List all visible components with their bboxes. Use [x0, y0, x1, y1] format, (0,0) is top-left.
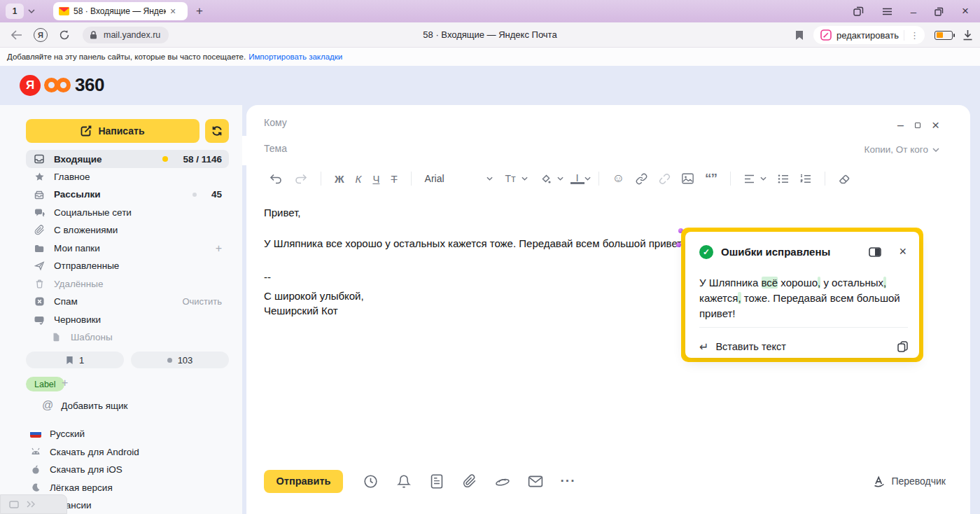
eraser-icon[interactable] [833, 174, 856, 184]
side-panel-icon[interactable] [869, 247, 881, 257]
reminder-bell-icon[interactable] [387, 474, 420, 489]
chevron-down-icon[interactable] [486, 176, 493, 181]
sidebar-item-trash[interactable]: Удалённые [26, 275, 229, 293]
add-mailbox-label: Добавить ящик [61, 401, 127, 411]
tab-counter[interactable]: 1 [6, 4, 24, 19]
address-bar[interactable]: mail.yandex.ru [83, 27, 169, 43]
edit-button[interactable]: редактировать ⋮ [813, 26, 925, 44]
send-button[interactable]: Отправить [264, 470, 343, 493]
undo-icon[interactable] [264, 174, 288, 184]
font-size-select[interactable]: Tт [500, 173, 522, 184]
menu-icon[interactable] [882, 8, 892, 15]
protect-icon[interactable]: Я [34, 28, 48, 42]
underline-button[interactable]: Ч [367, 173, 385, 185]
refresh-button[interactable] [205, 119, 229, 143]
sidebar-item-attachments[interactable]: С вложениями [26, 221, 229, 239]
sidebar-item-spam[interactable]: Спам Очистить [26, 293, 229, 310]
bookmark-icon[interactable] [795, 30, 804, 41]
sidebar: Написать Входящие 58 / 1146 Главное Расс… [0, 105, 242, 514]
compose-close-icon[interactable]: × [932, 118, 939, 133]
add-mailbox-button[interactable]: @ Добавить ящик [42, 399, 128, 412]
chat-bubbles-icon [34, 207, 45, 218]
yandex-360-logo[interactable]: Я 360 [20, 74, 104, 96]
italic-button[interactable]: К [350, 173, 368, 185]
redo-icon[interactable] [288, 174, 313, 184]
sidebar-item-inbox[interactable]: Входящие 58 / 1146 [26, 150, 229, 168]
tab-close-icon[interactable]: × [170, 6, 176, 16]
window-minimize-icon[interactable]: – [911, 6, 916, 18]
sidebar-item-drafts[interactable]: Черновики [26, 311, 229, 328]
compose-minimize-icon[interactable]: – [897, 119, 904, 132]
copy-icon[interactable] [897, 341, 908, 352]
sidebar-item-sent[interactable]: Отправленные [26, 257, 229, 275]
apple-icon [30, 464, 41, 475]
subject-field[interactable] [264, 143, 474, 154]
speller-dot-icon[interactable] [676, 242, 681, 247]
more-actions-icon[interactable]: ··· [552, 473, 584, 489]
to-field[interactable] [264, 117, 474, 128]
notes-icon[interactable] [420, 474, 453, 489]
back-icon[interactable] [11, 30, 22, 40]
light-version-link[interactable]: Лёгкая версия [30, 480, 226, 495]
mail-attach-icon[interactable] [519, 475, 552, 487]
flagged-filter-pill[interactable]: 1 [26, 352, 124, 368]
highlight-color-icon[interactable] [535, 173, 557, 184]
collapsed-widget[interactable] [0, 494, 67, 514]
cc-from-toggle[interactable]: Копии, От кого [864, 144, 939, 155]
import-bookmarks-link[interactable]: Импортировать закладки [248, 53, 342, 61]
chevron-down-icon[interactable] [584, 176, 591, 181]
folder-count: 58 / 1146 [183, 154, 222, 165]
window-restore-icon[interactable] [934, 7, 944, 16]
compose-button[interactable]: Написать [26, 119, 200, 143]
quote-icon[interactable]: “” [699, 171, 722, 186]
sidebar-item-mailings[interactable]: Рассылки 45 [26, 186, 229, 203]
browser-tab-strip: 1 58 · Входящие — Яндекс Почта × + – × [0, 0, 980, 22]
logo-ring-icon [56, 78, 71, 92]
bullet-list-icon[interactable] [772, 174, 794, 183]
body-paragraph: У Шляпника все хорошо у остальных кажетс… [264, 236, 685, 251]
chevron-down-icon[interactable] [760, 176, 766, 181]
clear-spam-button[interactable]: Очистить [182, 296, 222, 307]
numbered-list-icon[interactable] [794, 174, 817, 183]
schedule-clock-icon[interactable] [354, 474, 387, 489]
popup-close-icon[interactable]: × [899, 244, 906, 259]
tab-list-chevron-icon[interactable] [28, 9, 35, 13]
unread-count: 103 [178, 355, 193, 366]
bold-button[interactable]: Ж [329, 173, 350, 185]
sidebar-item-main[interactable]: Главное [26, 168, 229, 186]
chevron-down-icon[interactable] [557, 176, 564, 181]
panels-icon[interactable] [853, 6, 864, 17]
lock-icon [87, 29, 99, 41]
edit-more-icon[interactable]: ⋮ [904, 30, 919, 41]
window-close-icon[interactable]: × [962, 4, 969, 18]
insert-text-button[interactable]: Вставить текст [715, 341, 785, 352]
new-tab-button[interactable]: + [196, 4, 203, 18]
compose-expand-icon[interactable] [915, 123, 920, 128]
folder-label: С вложениями [54, 225, 118, 235]
align-icon[interactable] [738, 174, 760, 183]
download-ios-link[interactable]: Скачать для iOS [30, 461, 226, 477]
font-family-select[interactable]: Arial [419, 173, 486, 184]
downloads-icon[interactable] [962, 29, 973, 41]
emoji-icon[interactable]: ☺ [607, 172, 630, 186]
browser-tab[interactable]: 58 · Входящие — Яндекс Почта × [53, 2, 188, 20]
language-link[interactable]: Русский [30, 426, 226, 441]
text-color-button[interactable]: I [570, 173, 584, 184]
reload-icon[interactable] [59, 29, 70, 41]
sidebar-item-templates[interactable]: Шаблоны [26, 328, 229, 346]
sidebar-item-my-folders[interactable]: Мои папки + [26, 239, 229, 257]
insert-image-icon[interactable] [676, 173, 699, 184]
link-icon[interactable] [630, 173, 653, 185]
attach-file-icon[interactable] [453, 474, 486, 488]
add-label-button[interactable]: + [62, 377, 68, 389]
strikethrough-button[interactable]: T [385, 173, 402, 185]
label-chip[interactable]: Label [26, 377, 64, 391]
chevron-down-icon[interactable] [522, 176, 528, 181]
unlink-icon[interactable] [653, 173, 676, 185]
sidebar-item-social[interactable]: Социальные сети [26, 204, 229, 221]
unread-filter-pill[interactable]: 103 [131, 352, 229, 368]
translator-button[interactable]: Переводчик [873, 475, 946, 487]
disk-attach-icon[interactable] [486, 475, 519, 487]
download-android-link[interactable]: Скачать для Android [30, 444, 226, 459]
add-folder-button[interactable]: + [216, 242, 222, 255]
